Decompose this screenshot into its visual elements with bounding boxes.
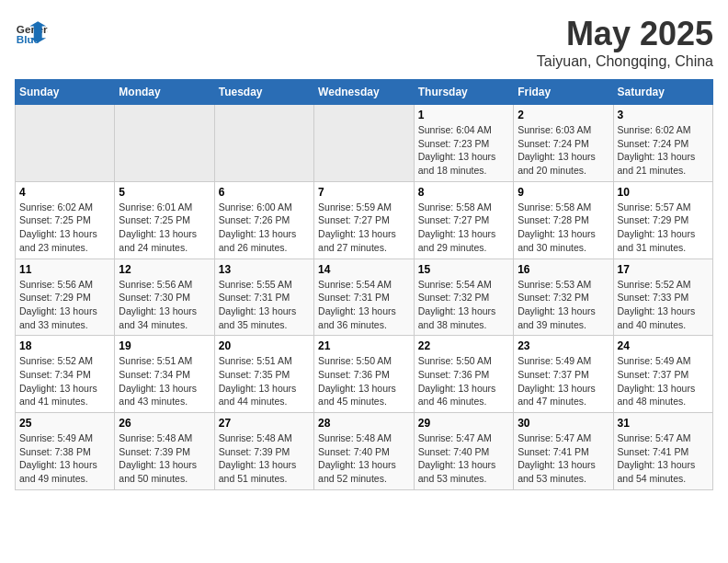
week-row-4: 18Sunrise: 5:52 AMSunset: 7:34 PMDayligh… bbox=[16, 336, 713, 413]
calendar-table: SundayMondayTuesdayWednesdayThursdayFrid… bbox=[15, 79, 713, 490]
day-cell bbox=[16, 105, 115, 182]
day-content: Sunrise: 5:53 AMSunset: 7:32 PMDaylight:… bbox=[518, 278, 609, 332]
day-number: 14 bbox=[318, 263, 410, 276]
day-content: Sunrise: 5:49 AMSunset: 7:37 PMDaylight:… bbox=[618, 354, 710, 408]
week-row-3: 11Sunrise: 5:56 AMSunset: 7:29 PMDayligh… bbox=[16, 259, 713, 336]
weekday-header-wednesday: Wednesday bbox=[314, 80, 415, 105]
logo-icon: General Blue bbox=[15, 15, 48, 48]
day-number: 5 bbox=[119, 186, 210, 199]
week-row-5: 25Sunrise: 5:49 AMSunset: 7:38 PMDayligh… bbox=[16, 413, 713, 490]
day-number: 18 bbox=[19, 339, 110, 352]
day-number: 22 bbox=[418, 339, 509, 352]
day-number: 13 bbox=[219, 263, 310, 276]
day-cell: 22Sunrise: 5:50 AMSunset: 7:36 PMDayligh… bbox=[414, 336, 513, 413]
day-number: 12 bbox=[119, 263, 210, 276]
day-content: Sunrise: 5:58 AMSunset: 7:27 PMDaylight:… bbox=[418, 201, 509, 255]
day-content: Sunrise: 5:51 AMSunset: 7:34 PMDaylight:… bbox=[119, 354, 210, 408]
day-cell: 13Sunrise: 5:55 AMSunset: 7:31 PMDayligh… bbox=[214, 259, 313, 336]
day-content: Sunrise: 5:47 AMSunset: 7:40 PMDaylight:… bbox=[418, 431, 509, 486]
day-content: Sunrise: 5:54 AMSunset: 7:31 PMDaylight:… bbox=[318, 278, 410, 332]
day-cell: 14Sunrise: 5:54 AMSunset: 7:31 PMDayligh… bbox=[314, 259, 415, 336]
day-number: 4 bbox=[19, 186, 110, 199]
day-number: 17 bbox=[618, 263, 710, 276]
weekday-header-sunday: Sunday bbox=[16, 80, 115, 105]
day-number: 23 bbox=[518, 339, 609, 352]
day-cell bbox=[214, 105, 313, 182]
day-cell: 10Sunrise: 5:57 AMSunset: 7:29 PMDayligh… bbox=[613, 181, 713, 259]
day-cell: 23Sunrise: 5:49 AMSunset: 7:37 PMDayligh… bbox=[514, 336, 613, 413]
day-content: Sunrise: 5:51 AMSunset: 7:35 PMDaylight:… bbox=[219, 354, 310, 408]
day-cell bbox=[314, 105, 415, 182]
day-number: 31 bbox=[618, 417, 710, 430]
day-content: Sunrise: 5:50 AMSunset: 7:36 PMDaylight:… bbox=[418, 354, 509, 408]
day-cell: 21Sunrise: 5:50 AMSunset: 7:36 PMDayligh… bbox=[314, 336, 415, 413]
day-number: 25 bbox=[19, 417, 110, 430]
day-content: Sunrise: 6:00 AMSunset: 7:26 PMDaylight:… bbox=[219, 201, 310, 255]
day-content: Sunrise: 5:48 AMSunset: 7:39 PMDaylight:… bbox=[219, 431, 310, 486]
day-number: 30 bbox=[518, 417, 609, 430]
day-number: 19 bbox=[119, 339, 210, 352]
day-content: Sunrise: 6:02 AMSunset: 7:25 PMDaylight:… bbox=[19, 201, 110, 255]
day-content: Sunrise: 6:02 AMSunset: 7:24 PMDaylight:… bbox=[618, 123, 710, 178]
day-cell: 1Sunrise: 6:04 AMSunset: 7:23 PMDaylight… bbox=[414, 105, 513, 182]
day-content: Sunrise: 6:01 AMSunset: 7:25 PMDaylight:… bbox=[119, 201, 210, 255]
day-number: 27 bbox=[219, 417, 310, 430]
weekday-header-monday: Monday bbox=[115, 80, 214, 105]
day-number: 8 bbox=[418, 186, 509, 199]
weekday-header-thursday: Thursday bbox=[414, 80, 513, 105]
weekday-header-friday: Friday bbox=[514, 80, 613, 105]
day-number: 29 bbox=[418, 417, 509, 430]
day-cell: 12Sunrise: 5:56 AMSunset: 7:30 PMDayligh… bbox=[115, 259, 214, 336]
day-number: 20 bbox=[219, 339, 310, 352]
day-cell: 19Sunrise: 5:51 AMSunset: 7:34 PMDayligh… bbox=[115, 336, 214, 413]
day-cell: 15Sunrise: 5:54 AMSunset: 7:32 PMDayligh… bbox=[414, 259, 513, 336]
day-content: Sunrise: 6:03 AMSunset: 7:24 PMDaylight:… bbox=[518, 123, 609, 178]
week-row-2: 4Sunrise: 6:02 AMSunset: 7:25 PMDaylight… bbox=[16, 181, 713, 259]
day-number: 10 bbox=[618, 186, 710, 199]
day-cell: 4Sunrise: 6:02 AMSunset: 7:25 PMDaylight… bbox=[16, 181, 115, 259]
page-header: General Blue May 2025 Taiyuan, Chongqing… bbox=[15, 15, 713, 70]
week-row-1: 1Sunrise: 6:04 AMSunset: 7:23 PMDaylight… bbox=[16, 105, 713, 182]
day-cell: 30Sunrise: 5:47 AMSunset: 7:41 PMDayligh… bbox=[514, 413, 613, 490]
day-number: 15 bbox=[418, 263, 509, 276]
day-cell: 8Sunrise: 5:58 AMSunset: 7:27 PMDaylight… bbox=[414, 181, 513, 259]
day-number: 2 bbox=[518, 109, 609, 121]
day-number: 28 bbox=[318, 417, 410, 430]
weekday-header-tuesday: Tuesday bbox=[214, 80, 313, 105]
day-content: Sunrise: 5:50 AMSunset: 7:36 PMDaylight:… bbox=[318, 354, 410, 408]
day-cell: 2Sunrise: 6:03 AMSunset: 7:24 PMDaylight… bbox=[514, 105, 613, 182]
day-cell: 24Sunrise: 5:49 AMSunset: 7:37 PMDayligh… bbox=[613, 336, 713, 413]
day-cell: 25Sunrise: 5:49 AMSunset: 7:38 PMDayligh… bbox=[16, 413, 115, 490]
day-cell: 27Sunrise: 5:48 AMSunset: 7:39 PMDayligh… bbox=[214, 413, 313, 490]
day-number: 9 bbox=[518, 186, 609, 199]
day-content: Sunrise: 6:04 AMSunset: 7:23 PMDaylight:… bbox=[418, 123, 509, 178]
day-cell: 28Sunrise: 5:48 AMSunset: 7:40 PMDayligh… bbox=[314, 413, 415, 490]
day-content: Sunrise: 5:49 AMSunset: 7:38 PMDaylight:… bbox=[19, 431, 110, 486]
day-cell: 26Sunrise: 5:48 AMSunset: 7:39 PMDayligh… bbox=[115, 413, 214, 490]
day-content: Sunrise: 5:56 AMSunset: 7:30 PMDaylight:… bbox=[119, 278, 210, 332]
day-number: 21 bbox=[318, 339, 410, 352]
title-block: May 2025 Taiyuan, Chongqing, China bbox=[537, 15, 713, 70]
day-content: Sunrise: 5:58 AMSunset: 7:28 PMDaylight:… bbox=[518, 201, 609, 255]
day-number: 3 bbox=[618, 109, 710, 121]
day-content: Sunrise: 5:56 AMSunset: 7:29 PMDaylight:… bbox=[19, 278, 110, 332]
logo: General Blue bbox=[15, 15, 48, 48]
day-cell: 18Sunrise: 5:52 AMSunset: 7:34 PMDayligh… bbox=[16, 336, 115, 413]
day-number: 6 bbox=[219, 186, 310, 199]
day-cell: 5Sunrise: 6:01 AMSunset: 7:25 PMDaylight… bbox=[115, 181, 214, 259]
day-cell bbox=[115, 105, 214, 182]
day-content: Sunrise: 5:59 AMSunset: 7:27 PMDaylight:… bbox=[318, 201, 410, 255]
day-cell: 7Sunrise: 5:59 AMSunset: 7:27 PMDaylight… bbox=[314, 181, 415, 259]
day-cell: 20Sunrise: 5:51 AMSunset: 7:35 PMDayligh… bbox=[214, 336, 313, 413]
day-cell: 11Sunrise: 5:56 AMSunset: 7:29 PMDayligh… bbox=[16, 259, 115, 336]
day-cell: 29Sunrise: 5:47 AMSunset: 7:40 PMDayligh… bbox=[414, 413, 513, 490]
day-number: 26 bbox=[119, 417, 210, 430]
day-cell: 3Sunrise: 6:02 AMSunset: 7:24 PMDaylight… bbox=[613, 105, 713, 182]
weekday-header-row: SundayMondayTuesdayWednesdayThursdayFrid… bbox=[16, 80, 713, 105]
day-content: Sunrise: 5:47 AMSunset: 7:41 PMDaylight:… bbox=[618, 431, 710, 486]
day-cell: 6Sunrise: 6:00 AMSunset: 7:26 PMDaylight… bbox=[214, 181, 313, 259]
day-number: 16 bbox=[518, 263, 609, 276]
weekday-header-saturday: Saturday bbox=[613, 80, 713, 105]
day-number: 11 bbox=[19, 263, 110, 276]
day-number: 1 bbox=[418, 109, 509, 121]
